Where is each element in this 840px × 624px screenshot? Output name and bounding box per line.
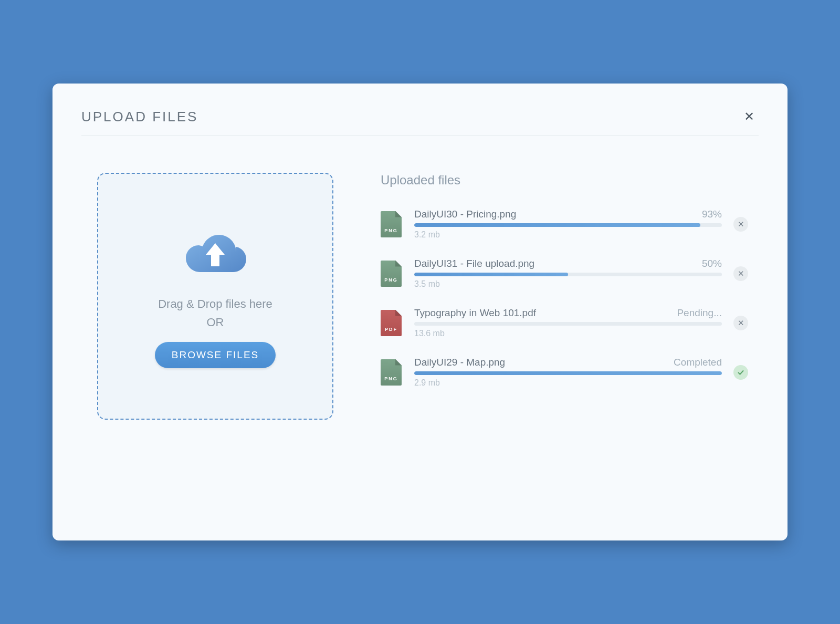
- file-top-row: DailyUI30 - Pricing.png93%: [414, 209, 722, 220]
- check-icon: [737, 369, 744, 376]
- file-details: DailyUI30 - Pricing.png93%3.2 mb: [414, 209, 722, 240]
- progress-fill: [414, 371, 722, 375]
- files-section-title: Uploaded files: [381, 173, 748, 188]
- file-row: PNGDailyUI31 - File upload.png50%3.5 mb✕: [381, 258, 748, 289]
- file-name: Typography in Web 101.pdf: [414, 307, 536, 319]
- close-icon: ✕: [744, 109, 754, 123]
- file-details: DailyUI31 - File upload.png50%3.5 mb: [414, 258, 722, 289]
- cloud-upload-icon: [178, 224, 252, 279]
- dropzone[interactable]: Drag & Drop files here OR BROWSE FILES: [97, 173, 333, 420]
- file-type-icon: PNG: [381, 359, 402, 386]
- file-type-icon: PNG: [381, 261, 402, 287]
- file-top-row: DailyUI31 - File upload.png50%: [414, 258, 722, 269]
- files-section: Uploaded files PNGDailyUI30 - Pricing.pn…: [381, 173, 759, 420]
- file-type-icon: PNG: [381, 211, 402, 237]
- file-size: 3.5 mb: [414, 279, 722, 289]
- file-row: PDFTypography in Web 101.pdfPending...13…: [381, 307, 748, 338]
- file-type-label: PNG: [381, 277, 402, 283]
- file-name: DailyUI30 - Pricing.png: [414, 209, 516, 220]
- file-size: 3.2 mb: [414, 230, 722, 240]
- close-button[interactable]: ✕: [740, 107, 759, 126]
- file-details: Typography in Web 101.pdfPending...13.6 …: [414, 307, 722, 338]
- cancel-upload-button[interactable]: ✕: [733, 316, 748, 330]
- complete-indicator[interactable]: [733, 365, 748, 380]
- x-icon: ✕: [738, 269, 744, 278]
- file-row: PNGDailyUI30 - Pricing.png93%3.2 mb✕: [381, 209, 748, 240]
- browse-files-button[interactable]: BROWSE FILES: [155, 342, 276, 368]
- file-top-row: Typography in Web 101.pdfPending...: [414, 307, 722, 319]
- progress-bar: [414, 371, 722, 375]
- file-type-label: PNG: [381, 376, 402, 381]
- file-name: DailyUI31 - File upload.png: [414, 258, 534, 269]
- file-type-label: PNG: [381, 228, 402, 233]
- modal-body: Drag & Drop files here OR BROWSE FILES U…: [81, 136, 759, 420]
- cancel-upload-button[interactable]: ✕: [733, 217, 748, 232]
- file-status: Pending...: [677, 307, 722, 319]
- file-status: Completed: [674, 357, 722, 368]
- file-row: PNGDailyUI29 - Map.pngCompleted2.9 mb: [381, 357, 748, 388]
- file-status: 50%: [702, 258, 722, 269]
- file-size: 13.6 mb: [414, 329, 722, 338]
- upload-modal: UPLOAD FILES ✕ Drag & Dr: [52, 84, 788, 540]
- file-type-icon: PDF: [381, 310, 402, 336]
- file-details: DailyUI29 - Map.pngCompleted2.9 mb: [414, 357, 722, 388]
- dropzone-line1: Drag & Drop files here: [158, 295, 272, 313]
- progress-bar: [414, 223, 722, 227]
- dropzone-text: Drag & Drop files here OR: [158, 295, 272, 331]
- progress-fill: [414, 223, 700, 227]
- file-name: DailyUI29 - Map.png: [414, 357, 505, 368]
- x-icon: ✕: [738, 220, 744, 229]
- progress-fill: [414, 273, 568, 276]
- file-status: 93%: [702, 209, 722, 220]
- progress-bar: [414, 273, 722, 276]
- cancel-upload-button[interactable]: ✕: [733, 266, 748, 281]
- x-icon: ✕: [738, 318, 744, 328]
- files-list: PNGDailyUI30 - Pricing.png93%3.2 mb✕PNGD…: [381, 209, 748, 388]
- file-size: 2.9 mb: [414, 378, 722, 388]
- modal-title: UPLOAD FILES: [81, 109, 198, 125]
- progress-bar: [414, 322, 722, 326]
- file-top-row: DailyUI29 - Map.pngCompleted: [414, 357, 722, 368]
- modal-header: UPLOAD FILES ✕: [81, 107, 759, 136]
- file-type-label: PDF: [381, 327, 402, 332]
- dropzone-line2: OR: [158, 313, 272, 331]
